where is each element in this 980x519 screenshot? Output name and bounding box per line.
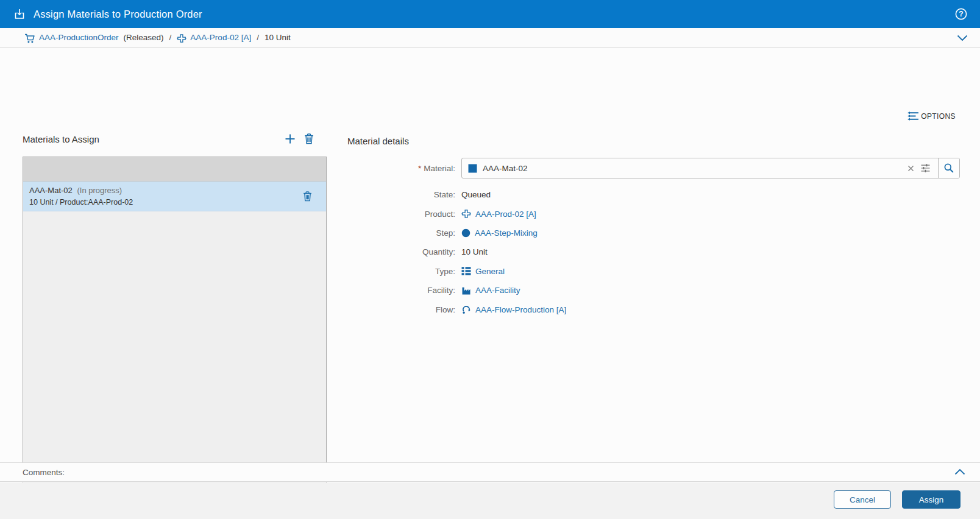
materials-to-assign-panel: Materials to Assign	[23, 131, 327, 496]
quantity-value: 10 Unit	[461, 247, 488, 256]
materials-list-header	[23, 157, 326, 182]
options-label: OPTIONS	[921, 112, 956, 121]
quantity-label: Quantity:	[347, 247, 461, 256]
facility-value-link[interactable]: AAA-Facility	[475, 286, 520, 295]
product-value-link[interactable]: AAA-Prod-02 [A]	[475, 210, 536, 219]
cancel-button[interactable]: Cancel	[834, 490, 891, 509]
material-item-name: AAA-Mat-02	[29, 186, 73, 195]
breadcrumb-separator: /	[169, 33, 172, 42]
breadcrumb-product-link[interactable]: AAA-Prod-02 [A]	[190, 33, 251, 42]
material-item-detail: 10 Unit / Product:AAA-Prod-02	[29, 197, 133, 208]
material-input[interactable]: AAA-Mat-02	[462, 158, 938, 178]
detail-row-quantity: Quantity: 10 Unit	[347, 242, 960, 261]
material-icon	[468, 164, 477, 173]
flow-value-link[interactable]: AAA-Flow-Production [A]	[475, 305, 566, 314]
material-input-value: AAA-Mat-02	[483, 164, 528, 173]
facility-label: Facility:	[347, 286, 461, 295]
material-details-panel: Material details *Material: AAA-Mat-02	[347, 136, 960, 319]
step-icon	[461, 228, 470, 238]
details-panel-title: Material details	[347, 136, 960, 146]
detail-row-flow: Flow: AAA-Flow-Production [A]	[347, 300, 960, 319]
type-label: Type:	[347, 267, 461, 276]
delete-material-row-icon[interactable]	[303, 191, 312, 202]
facility-icon	[461, 286, 471, 295]
type-icon	[461, 266, 471, 276]
state-label: State:	[347, 190, 461, 199]
flow-icon	[461, 305, 471, 314]
comments-label: Comments:	[23, 468, 65, 477]
dialog-body: OPTIONS Materials to Assign	[0, 48, 980, 462]
help-icon[interactable]: ?	[954, 7, 968, 21]
production-order-cart-icon	[24, 34, 35, 43]
flow-label: Flow:	[347, 305, 461, 314]
assign-button[interactable]: Assign	[902, 490, 960, 509]
materials-list: AAA-Mat-02 (In progress) 10 Unit / Produ…	[23, 157, 327, 496]
breadcrumb-separator: /	[257, 33, 259, 42]
assign-materials-icon	[13, 8, 26, 20]
detail-row-state: State: Queued	[347, 185, 960, 204]
materials-panel-title: Materials to Assign	[23, 134, 99, 144]
product-icon	[461, 209, 471, 219]
state-value: Queued	[461, 190, 491, 199]
material-list-item-selected[interactable]: AAA-Mat-02 (In progress) 10 Unit / Produ…	[23, 182, 326, 211]
material-lookup-field: AAA-Mat-02	[461, 158, 960, 178]
chevron-down-icon[interactable]	[957, 34, 968, 41]
search-button[interactable]	[938, 158, 959, 178]
breadcrumb-order-link[interactable]: AAA-ProductionOrder	[39, 33, 119, 42]
product-label: Product:	[347, 210, 461, 219]
material-item-status: (In progress)	[77, 186, 122, 195]
title-bar: Assign Materials to Production Order ?	[0, 0, 980, 28]
add-material-icon[interactable]	[285, 133, 296, 144]
order-state: (Released)	[124, 33, 164, 42]
search-icon	[943, 163, 954, 174]
page-title: Assign Materials to Production Order	[34, 9, 202, 20]
breadcrumb: AAA-ProductionOrder (Released) / AAA-Pro…	[0, 28, 980, 48]
delete-all-materials-icon[interactable]	[304, 133, 314, 144]
type-value-link[interactable]: General	[475, 267, 505, 276]
chevron-up-icon[interactable]	[954, 468, 965, 476]
product-icon	[177, 34, 186, 43]
svg-text:?: ?	[959, 10, 963, 18]
step-value-link[interactable]: AAA-Step-Mixing	[475, 228, 538, 238]
options-button[interactable]: OPTIONS	[907, 111, 956, 121]
detail-row-step: Step: AAA-Step-Mixing	[347, 224, 960, 242]
detail-row-facility: Facility: AAA-Facility	[347, 281, 960, 300]
clear-icon[interactable]	[907, 164, 915, 172]
detail-row-product: Product: AAA-Prod-02 [A]	[347, 204, 960, 223]
required-marker: *	[418, 164, 421, 173]
detail-row-type: Type: General	[347, 262, 960, 281]
breadcrumb-quantity: 10 Unit	[265, 33, 291, 42]
comments-section: Comments:	[0, 462, 980, 482]
options-icon	[907, 111, 919, 121]
step-label: Step:	[347, 228, 461, 238]
advanced-options-icon[interactable]	[920, 163, 931, 173]
dialog-footer: Cancel Assign	[0, 482, 980, 519]
detail-rows: State: Queued Product: AAA-Prod-02 [A]	[347, 185, 960, 319]
material-field-label: *Material:	[347, 164, 461, 173]
